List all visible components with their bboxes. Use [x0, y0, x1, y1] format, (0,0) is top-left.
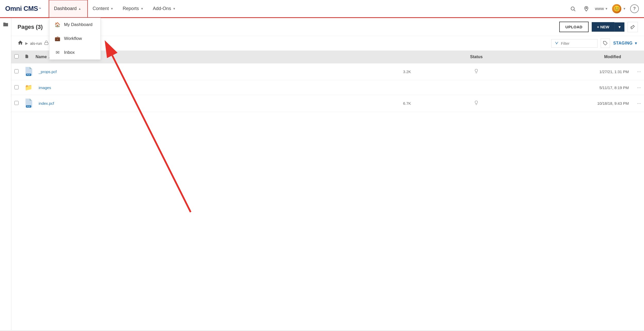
- row-modified: 10/18/18, 9:43 PM: [520, 95, 634, 112]
- new-button[interactable]: + NEW: [592, 22, 614, 32]
- main-wrapper: Pages (3) UPLOAD + NEW ▼: [0, 18, 644, 330]
- dropdown-item-my-dashboard[interactable]: 🏠 My Dashboard: [49, 18, 100, 32]
- th-file-icon: [22, 51, 36, 63]
- breadcrumb-bar: ▶ als-run: [11, 36, 644, 51]
- content-area: Pages (3) UPLOAD + NEW ▼: [11, 18, 644, 330]
- nav-item-reports[interactable]: Reports ▼: [118, 0, 148, 18]
- logo: Omni CMS™: [5, 5, 41, 13]
- wand-icon: [630, 24, 635, 30]
- row-actions-button[interactable]: ···: [634, 95, 644, 112]
- new-dropdown-button[interactable]: ▼: [614, 22, 624, 32]
- folder-sidebar-icon: [3, 22, 9, 29]
- dashboard-dropdown: 🏠 My Dashboard 💼 Workflow ✉ Inbox: [49, 18, 101, 60]
- lock-icon: [44, 40, 49, 46]
- www-label: www: [595, 6, 604, 11]
- row-size: 6.7K: [382, 95, 432, 112]
- table-row: PCF index.pcf6.7K 10/18/18, 9:43 PM···: [11, 95, 644, 112]
- nav-content-label: Content: [92, 6, 109, 11]
- row-checkbox-cell: [11, 80, 22, 95]
- th-select-all: [11, 51, 22, 63]
- svg-line-3: [633, 25, 634, 26]
- svg-rect-5: [45, 42, 48, 45]
- row-checkbox[interactable]: [14, 69, 19, 73]
- staging-label: STAGING: [613, 41, 632, 46]
- row-name[interactable]: index.pcf: [36, 95, 382, 112]
- new-button-wrapper: + NEW ▼: [592, 22, 624, 32]
- row-size: 3.2K: [382, 63, 432, 80]
- logo-tm: ™: [38, 7, 41, 10]
- search-icon: [570, 6, 576, 12]
- toolbar: Pages (3) UPLOAD + NEW ▼: [11, 18, 644, 36]
- nav-dashboard-chevron: ▲: [78, 7, 81, 11]
- pcf-file-icon: PCF: [25, 99, 32, 108]
- nav-item-dashboard[interactable]: Dashboard ▲ 🏠 My Dashboard 💼 Workflow ✉ …: [49, 0, 88, 18]
- row-name[interactable]: _props.pcf: [36, 63, 382, 80]
- breadcrumb-home-icon[interactable]: [18, 40, 23, 47]
- nav-item-content[interactable]: Content ▼: [88, 0, 118, 18]
- staging-button[interactable]: STAGING ▼: [613, 41, 638, 46]
- pcf-badge: PCF: [26, 74, 31, 76]
- th-actions: [634, 51, 644, 63]
- row-actions-button[interactable]: ···: [634, 80, 644, 95]
- row-status: [432, 95, 520, 112]
- nav-right: www ▼ 😊 ▼ ?: [568, 4, 639, 13]
- row-checkbox[interactable]: [14, 85, 19, 89]
- briefcase-icon: 💼: [55, 36, 60, 41]
- search-button[interactable]: [568, 4, 578, 13]
- svg-line-4: [631, 26, 632, 27]
- lightbulb-icon: [474, 69, 479, 75]
- dropdown-item-workflow[interactable]: 💼 Workflow: [49, 32, 100, 46]
- row-status: [432, 63, 520, 80]
- navbar: Omni CMS™ Dashboard ▲ 🏠 My Dashboard 💼 W…: [0, 0, 644, 18]
- row-actions-button[interactable]: ···: [634, 63, 644, 80]
- svg-point-2: [586, 7, 587, 8]
- dropdown-item-inbox[interactable]: ✉ Inbox: [49, 46, 100, 59]
- nav-dashboard-label: Dashboard: [54, 6, 77, 11]
- filter-wrapper: [551, 39, 598, 48]
- nav-content-chevron: ▼: [110, 7, 113, 11]
- help-button[interactable]: ?: [630, 4, 639, 13]
- table-row: PCF _props.pcf3.2K 1/27/21, 1:31 PM···: [11, 63, 644, 80]
- row-file-icon: 📁: [22, 80, 36, 95]
- th-status: Status: [432, 51, 520, 63]
- envelope-icon: ✉: [55, 50, 60, 55]
- logo-text: Omni CMS: [5, 5, 38, 13]
- row-checkbox-cell: [11, 95, 22, 112]
- tag-button[interactable]: [601, 39, 610, 48]
- www-selector[interactable]: www ▼: [595, 6, 608, 11]
- row-modified: 5/11/17, 8:19 PM: [520, 80, 634, 95]
- table-header: Name ▲ Status Modified: [11, 51, 644, 63]
- breadcrumb-right: STAGING ▼: [551, 39, 638, 48]
- breadcrumb-arrow: ▶: [25, 41, 28, 45]
- svg-line-1: [574, 10, 575, 11]
- www-chevron: ▼: [605, 7, 608, 11]
- svg-point-0: [571, 7, 574, 10]
- row-file-icon: PCF: [22, 63, 36, 80]
- file-table: Name ▲ Status Modified PCF _props.pcf3.2…: [11, 51, 644, 112]
- nav-reports-label: Reports: [123, 6, 139, 11]
- row-checkbox[interactable]: [14, 101, 19, 105]
- location-icon: [583, 6, 589, 12]
- row-status: [432, 80, 520, 95]
- breadcrumb-left: ▶ als-run: [18, 40, 49, 47]
- filter-input[interactable]: [561, 41, 592, 46]
- upload-button[interactable]: UPLOAD: [559, 22, 589, 32]
- row-name[interactable]: images: [36, 80, 382, 95]
- folder-icon: 📁: [25, 84, 32, 91]
- nav-reports-chevron: ▼: [140, 7, 143, 11]
- dropdown-label-my-dashboard: My Dashboard: [64, 22, 92, 27]
- user-avatar[interactable]: 😊: [612, 4, 621, 13]
- breadcrumb-path: als-run: [30, 41, 42, 46]
- row-file-icon: PCF: [22, 95, 36, 112]
- filter-icon: [555, 41, 559, 46]
- toolbar-left: Pages (3): [18, 24, 43, 30]
- dropdown-label-workflow: Workflow: [64, 36, 82, 41]
- nav-items: Dashboard ▲ 🏠 My Dashboard 💼 Workflow ✉ …: [49, 0, 568, 18]
- wand-button[interactable]: [628, 22, 638, 32]
- pcf-badge: PCF: [26, 105, 31, 108]
- location-button[interactable]: [582, 4, 591, 13]
- select-all-checkbox[interactable]: [14, 54, 19, 58]
- toolbar-right: UPLOAD + NEW ▼: [559, 22, 638, 32]
- sidebar-toggle[interactable]: [0, 18, 11, 330]
- nav-item-addons[interactable]: Add-Ons ▼: [148, 0, 180, 18]
